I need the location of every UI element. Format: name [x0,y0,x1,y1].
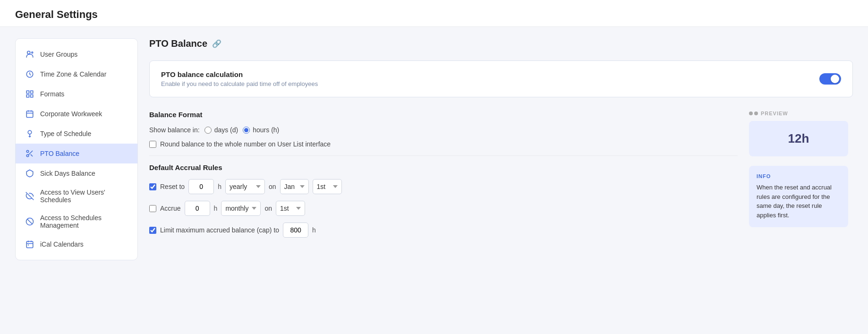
section-title: PTO Balance [149,38,207,49]
svg-rect-19 [26,241,33,248]
preview-dot-2 [754,111,758,115]
svg-rect-4 [31,91,33,93]
svg-point-12 [26,150,29,153]
svg-point-11 [28,130,32,134]
sidebar-item-label-corporate-workweek: Corporate Workweek [40,110,102,118]
accrue-row: Accrue h monthly yearly weekly daily on … [149,201,738,216]
radio-days-label: days (d) [214,126,238,134]
svg-rect-5 [26,95,29,97]
svg-point-0 [27,51,30,54]
svg-line-15 [31,154,33,156]
svg-point-13 [26,154,29,157]
info-label: INFO [757,173,841,179]
reset-day-select[interactable]: 1st2nd3rd4th 5th10th15th20thLast [313,179,342,194]
svg-rect-6 [31,95,33,97]
sidebar-item-label-ical-calendars: iCal Calendars [40,240,84,248]
sidebar-item-sick-days-balance[interactable]: Sick Days Balance [16,163,137,183]
sidebar-item-label-sick-days-balance: Sick Days Balance [40,170,95,177]
sidebar-item-label-pto-balance: PTO Balance [40,150,79,157]
info-box: INFO When the reset and accrual rules ar… [749,166,848,227]
preview-label: PREVIEW [749,111,853,116]
reset-checkbox[interactable] [149,183,156,190]
main-col: Balance Format Show balance in: days (d)… [149,111,738,238]
cal-icon [25,240,34,249]
sidebar-item-label-user-groups: User Groups [40,51,77,58]
reset-value-input[interactable] [188,179,214,194]
svg-line-18 [27,219,33,224]
reset-label: Reset to [160,183,185,190]
card-label: PTO balance calculation [161,70,318,78]
block-icon [25,217,34,226]
eye-off-icon [25,191,34,201]
sidebar-item-pto-balance[interactable]: PTO Balance [16,144,137,163]
preview-value: 12h [749,121,848,156]
card-row: PTO balance calculation Enable if you ne… [161,70,841,87]
calendar-icon [25,109,34,119]
radio-hours-input[interactable] [243,127,250,134]
preview-text: PREVIEW [761,111,788,116]
balance-format-label: Balance Format [149,111,738,119]
accrue-checkbox[interactable] [149,205,156,212]
svg-point-1 [32,52,33,53]
sidebar-item-ical-calendars[interactable]: iCal Calendars [16,234,137,254]
sidebar-item-timezone-calendar[interactable]: Time Zone & Calendar [16,64,137,84]
svg-rect-3 [26,91,29,93]
accrue-label: Accrue [160,205,181,212]
sidebar-item-access-view-schedules[interactable]: Access to View Users' Schedules [16,183,137,209]
section-title-row: PTO Balance 🔗 [149,38,853,49]
sidebar-item-type-of-schedule[interactable]: Type of Schedule [16,124,137,144]
scissors-icon [25,149,34,158]
preview-dots [749,111,758,115]
title-bar: General Settings [0,0,868,27]
sidebar-item-user-groups[interactable]: User Groups [16,44,137,64]
sidebar-item-label-access-view-schedules: Access to View Users' Schedules [40,188,128,204]
users-icon [25,50,34,59]
accrue-day-select[interactable]: 1st2nd3rd4th 5th10th15th20thLast [276,201,305,216]
divider [149,155,738,156]
pto-toggle[interactable] [819,73,841,85]
svg-rect-7 [26,111,33,118]
preview-dot-1 [749,111,753,115]
reset-month-select[interactable]: JanFebMarApr MayJunJulAug SepOctNovDec [280,179,309,194]
sidebar-item-access-schedules-mgmt[interactable]: Access to Schedules Management [16,209,137,234]
page-title: General Settings [15,9,853,21]
accrue-value-input[interactable] [185,201,210,216]
accrue-unit: h [214,205,218,212]
sidebar-item-label-type-of-schedule: Type of Schedule [40,130,91,137]
radio-hours-label: hours (h) [253,126,279,134]
sidebar-item-label-formats: Formats [40,90,64,98]
shield-icon [25,169,34,178]
accrual-rules-label: Default Accrual Rules [149,163,738,171]
pto-calculation-card: PTO balance calculation Enable if you ne… [149,60,853,97]
cap-checkbox[interactable] [149,227,156,234]
info-text: When the reset and accrual rules are con… [757,183,841,220]
accrue-on-label: on [264,205,272,212]
cap-value-input[interactable] [283,223,308,238]
cap-unit: h [312,226,316,234]
radio-hours[interactable]: hours (h) [243,126,279,134]
radio-days[interactable]: days (d) [204,126,238,134]
reset-frequency-select[interactable]: yearly monthly weekly daily [225,179,265,194]
reset-row: Reset to h yearly monthly weekly daily o… [149,179,738,194]
main-panel: PTO Balance 🔗 PTO balance calculation En… [149,38,853,323]
radio-days-input[interactable] [204,127,212,134]
grid-icon [25,89,34,99]
content-area: User GroupsTime Zone & CalendarFormatsCo… [0,27,868,334]
round-balance-label: Round balance to the whole number on Use… [160,140,331,148]
badge-icon [25,129,34,138]
show-balance-row: Show balance in: days (d) hours (h) [149,126,738,134]
sidebar-item-corporate-workweek[interactable]: Corporate Workweek [16,104,137,124]
accrue-frequency-select[interactable]: monthly yearly weekly daily [221,201,261,216]
sidebar-item-formats[interactable]: Formats [16,84,137,104]
round-balance-checkbox[interactable] [149,141,156,148]
side-col: PREVIEW 12h INFO When the reset and accr… [749,111,853,238]
page-wrapper: General Settings User GroupsTime Zone & … [0,0,868,334]
two-col: Balance Format Show balance in: days (d)… [149,111,853,238]
link-icon[interactable]: 🔗 [212,39,221,48]
cap-row: Limit maximum accrued balance (cap) to h [149,223,738,238]
preview-box: PREVIEW 12h [749,111,853,156]
sidebar: User GroupsTime Zone & CalendarFormatsCo… [15,38,138,260]
round-balance-row: Round balance to the whole number on Use… [149,140,738,148]
show-balance-label: Show balance in: [149,126,200,134]
card-desc: Enable if you need to calculate paid tim… [161,80,318,87]
